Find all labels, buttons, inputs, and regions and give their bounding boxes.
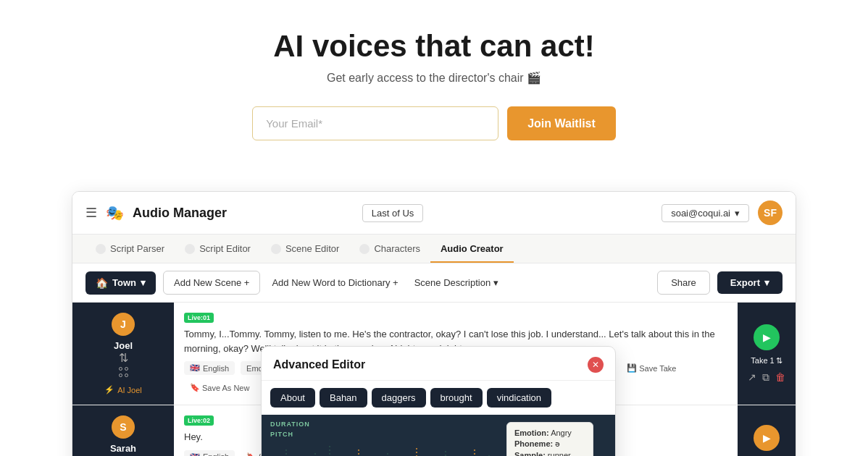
- tooltip-sample-row: Sample: runner: [514, 451, 585, 456]
- take-actions-1: ↗ ⧉ 🗑: [748, 371, 785, 384]
- flag-icon: 🇬🇧: [190, 363, 200, 373]
- save-new-icon: 🔖: [190, 383, 200, 392]
- town-icon: 🏠: [96, 277, 108, 289]
- export-label: Export: [730, 277, 760, 288]
- share-button[interactable]: Share: [657, 271, 710, 295]
- tooltip-sample-value: runner: [548, 451, 571, 456]
- hero-title: AI voices that can act!: [14, 29, 854, 64]
- scene-list: J Joel ⇅: [72, 303, 796, 456]
- char-dot: [119, 367, 122, 371]
- char-avatar-sarah: S: [112, 415, 135, 439]
- town-button[interactable]: 🏠 Town ▾: [85, 271, 156, 295]
- tab-scene-editor[interactable]: Scene Editor: [261, 235, 349, 263]
- join-waitlist-button[interactable]: Join Waitlist: [507, 106, 616, 140]
- live-badge-2: Live:02: [184, 415, 214, 426]
- char-ai-text-1: AI Joel: [117, 386, 142, 394]
- lang-badge-1[interactable]: 🇬🇧 English: [184, 361, 235, 375]
- tooltip-emotion-row: Emotion: Angry: [514, 428, 585, 437]
- adv-editor-header: Advanced Editor ✕: [262, 347, 615, 381]
- tooltip-emotion-label: Emotion:: [514, 428, 549, 437]
- add-scene-button[interactable]: Add New Scene +: [163, 271, 260, 295]
- word-chips-container: About Bahan daggers brought vindication: [262, 381, 615, 415]
- user-email-dropdown[interactable]: soai@coqui.ai ▾: [662, 204, 749, 222]
- char-name-joel-1: Joel: [114, 340, 133, 351]
- play-button-2[interactable]: ▶: [754, 425, 780, 451]
- tooltip-phoneme-label: Phoneme:: [514, 439, 553, 448]
- email-input[interactable]: [252, 106, 498, 140]
- tab-dot-icon: [185, 244, 195, 254]
- save-new-icon-2: 🔖: [246, 452, 256, 457]
- duration-label: DURATION: [270, 421, 310, 428]
- tooltip-sample-label: Sample:: [514, 451, 546, 456]
- save-as-new-button-1[interactable]: 🔖 Save As New: [184, 381, 255, 394]
- char-dot: [125, 373, 128, 377]
- lang-text-1: English: [203, 364, 229, 373]
- adv-editor-close-button[interactable]: ✕: [588, 357, 604, 373]
- save-take-label: Save Take: [639, 364, 676, 373]
- scene-row-container-1: J Joel ⇅: [72, 303, 796, 405]
- tab-scene-editor-label: Scene Editor: [285, 243, 339, 254]
- flag-icon-2: 🇬🇧: [190, 452, 200, 457]
- save-new-label: Save As New: [202, 384, 249, 392]
- app-logo-icon: 🎭: [106, 204, 124, 221]
- add-dictionary-button[interactable]: Add New Word to Dictionary +: [267, 271, 402, 294]
- avatar[interactable]: SF: [758, 200, 783, 225]
- char-name-sarah: Sarah: [110, 443, 136, 454]
- save-icon: 💾: [627, 363, 637, 373]
- play-icon-2: ▶: [763, 432, 771, 444]
- hero-subtitle: Get early access to the director's chair…: [14, 71, 854, 85]
- word-chip-brought[interactable]: brought: [430, 388, 483, 408]
- word-chip-about[interactable]: About: [270, 388, 315, 408]
- tab-script-editor-label: Script Editor: [199, 243, 251, 254]
- save-take-button-1[interactable]: 💾 Save Take: [621, 361, 682, 375]
- scene-description-button[interactable]: Scene Description ▾: [410, 271, 504, 294]
- tooltip-phoneme-value: ə: [555, 439, 560, 448]
- tab-characters[interactable]: Characters: [349, 235, 430, 263]
- tab-dot-icon: [271, 244, 281, 254]
- tab-audio-creator[interactable]: Audio Creator: [430, 235, 514, 263]
- app-header: ☰ 🎭 Audio Manager Last of Us soai@coqui.…: [72, 192, 796, 235]
- export-chevron-icon: ▾: [764, 277, 769, 288]
- word-chip-bahan[interactable]: Bahan: [320, 388, 367, 408]
- word-chip-vindication[interactable]: vindication: [487, 388, 551, 408]
- tooltip-emotion-value: Angry: [551, 428, 572, 437]
- play-button-1[interactable]: ▶: [754, 324, 780, 350]
- lang-text-2: English: [203, 452, 229, 456]
- live-badge-1: Live:01: [184, 313, 214, 323]
- share-take-icon[interactable]: ↗: [748, 371, 756, 383]
- scene-desc-label: Scene Description: [414, 277, 491, 288]
- tab-dot-icon: [96, 244, 106, 254]
- app-container: ☰ 🎭 Audio Manager Last of Us soai@coqui.…: [72, 191, 796, 456]
- town-label: Town: [112, 277, 136, 288]
- hamburger-icon[interactable]: ☰: [85, 205, 97, 221]
- word-chip-daggers[interactable]: daggers: [372, 388, 426, 408]
- tab-script-editor[interactable]: Script Editor: [175, 235, 261, 263]
- char-dot: [119, 373, 122, 377]
- app-title: Audio Manager: [133, 206, 354, 221]
- char-dot: [125, 367, 128, 371]
- advanced-editor-overlay: Advanced Editor ✕ About Bahan daggers br…: [261, 346, 616, 456]
- char-panel-joel-1: J Joel ⇅: [72, 303, 174, 405]
- delete-take-icon[interactable]: 🗑: [775, 371, 785, 383]
- tab-script-parser[interactable]: Script Parser: [85, 235, 175, 263]
- pitch-label: PITCH: [270, 431, 293, 438]
- char-arrow-icon-1[interactable]: ⇅: [119, 351, 128, 365]
- char-avatar-joel-1: J: [112, 313, 135, 336]
- project-badge[interactable]: Last of Us: [362, 204, 424, 222]
- take-label-1: Take 1 ⇅: [751, 356, 782, 366]
- export-button[interactable]: Export ▾: [717, 271, 783, 294]
- take-panel-2: ▶ Take 1 ⇅ ↗ ⧉ 🗑: [738, 405, 796, 456]
- copy-take-icon[interactable]: ⧉: [762, 371, 769, 384]
- lang-badge-2[interactable]: 🇬🇧 English: [184, 450, 235, 457]
- tooltip-phoneme-row: Phoneme: ə: [514, 439, 585, 449]
- tab-script-parser-label: Script Parser: [110, 243, 164, 254]
- dropdown-arrow-icon: ▾: [735, 208, 740, 219]
- town-dropdown-icon: ▾: [141, 277, 146, 288]
- char-controls-1: [119, 367, 128, 377]
- take-panel-1: ▶ Take 1 ⇅ ↗ ⧉ 🗑: [738, 303, 796, 405]
- tab-audio-creator-label: Audio Creator: [441, 243, 504, 254]
- scene-desc-chevron-icon: ▾: [493, 277, 498, 288]
- adv-editor-title: Advanced Editor: [273, 358, 365, 371]
- hero-form: Join Waitlist: [14, 106, 854, 140]
- user-email-text: soai@coqui.ai: [671, 208, 730, 219]
